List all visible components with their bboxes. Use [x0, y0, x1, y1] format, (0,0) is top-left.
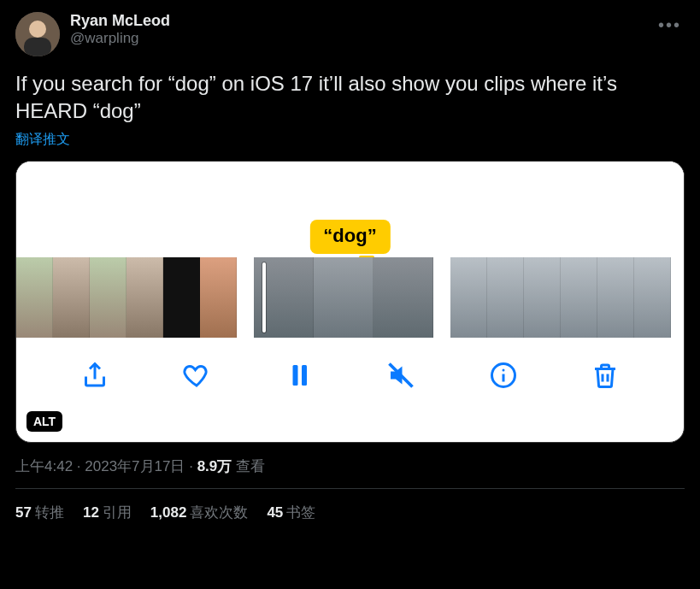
info-button[interactable]	[488, 360, 519, 391]
bookmarks-label: 书签	[286, 504, 315, 521]
media-preview-top: “dog”	[16, 162, 684, 257]
clip-strip-3[interactable]	[450, 257, 671, 338]
info-icon	[488, 360, 519, 391]
clip-strip-1[interactable]	[16, 257, 237, 338]
avatar[interactable]	[15, 12, 60, 56]
frame	[561, 257, 597, 338]
likes-stat[interactable]: 1,082喜欢次数	[150, 503, 249, 522]
frame	[126, 257, 163, 338]
author-block[interactable]: Ryan McLeod @warpling	[70, 12, 170, 47]
frame	[524, 257, 561, 338]
separator: ·	[73, 458, 85, 474]
frame	[450, 257, 487, 338]
svg-rect-3	[292, 365, 297, 386]
frame	[487, 257, 524, 338]
more-button[interactable]: •••	[655, 12, 685, 38]
frame	[16, 257, 53, 338]
tweet-text: If you search for “dog” on iOS 17 it’ll …	[15, 70, 685, 126]
alt-badge[interactable]: ALT	[26, 411, 62, 432]
views-count: 8.9万	[197, 458, 232, 474]
time: 上午4:42	[15, 458, 73, 474]
svg-point-1	[29, 21, 46, 38]
share-icon	[79, 360, 110, 391]
quotes-label: 引用	[103, 504, 132, 521]
display-name: Ryan McLeod	[70, 12, 170, 30]
share-button[interactable]	[79, 360, 110, 391]
separator: ·	[185, 458, 197, 474]
pause-icon	[284, 360, 315, 391]
likes-label: 喜欢次数	[190, 504, 248, 521]
like-button[interactable]	[181, 360, 212, 391]
frame	[90, 257, 126, 338]
tweet-container: Ryan McLeod @warpling ••• If you search …	[0, 0, 700, 531]
media-card[interactable]: “dog”	[15, 161, 685, 443]
retweets-count: 57	[15, 504, 32, 521]
svg-point-6	[502, 368, 504, 371]
quotes-stat[interactable]: 12引用	[83, 503, 132, 522]
handle: @warpling	[70, 30, 170, 47]
filmstrip[interactable]	[16, 257, 684, 338]
frame	[597, 257, 634, 338]
frame	[163, 257, 200, 338]
likes-count: 1,082	[150, 504, 187, 521]
mute-icon	[385, 360, 416, 391]
frame	[374, 257, 433, 338]
tweet-header: Ryan McLeod @warpling •••	[15, 12, 685, 56]
clip-strip-2[interactable]	[254, 257, 433, 338]
playhead[interactable]	[262, 262, 266, 333]
svg-rect-2	[24, 38, 51, 56]
pause-button[interactable]	[284, 360, 315, 391]
heart-icon	[181, 360, 212, 391]
retweets-stat[interactable]: 57转推	[15, 503, 64, 522]
frame	[53, 257, 90, 338]
views-label: 查看	[236, 458, 265, 474]
trash-icon	[590, 360, 621, 391]
quotes-count: 12	[83, 504, 99, 521]
caption-pill: “dog”	[309, 220, 390, 254]
frame	[634, 257, 671, 338]
media-toolbar	[16, 338, 684, 413]
translate-link[interactable]: 翻译推文	[15, 131, 70, 149]
date: 2023年7月17日	[85, 458, 185, 474]
tweet-meta[interactable]: 上午4:42 · 2023年7月17日 · 8.9万 查看	[15, 456, 685, 476]
mute-button[interactable]	[385, 360, 416, 391]
retweets-label: 转推	[35, 504, 64, 521]
bookmarks-stat[interactable]: 45书签	[267, 503, 315, 522]
frame	[200, 257, 237, 338]
bookmarks-count: 45	[267, 504, 283, 521]
engagement-stats: 57转推 12引用 1,082喜欢次数 45书签	[15, 489, 685, 531]
frame	[314, 257, 374, 338]
delete-button[interactable]	[590, 360, 621, 391]
svg-rect-4	[302, 365, 307, 386]
